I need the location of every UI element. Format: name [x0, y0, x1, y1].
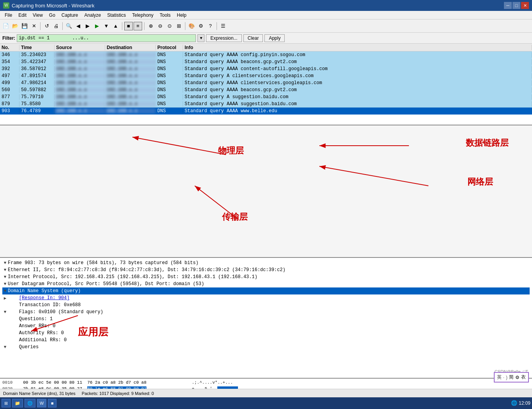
tree-expander[interactable] — [2, 324, 8, 328]
chuanshu-label: 传输层 — [222, 211, 248, 223]
protocol-tree-rows: ▼Frame 903: 73 bytes on wire (584 bits),… — [2, 259, 530, 351]
help-icon-button[interactable]: ? — [206, 22, 215, 30]
find-button[interactable]: 🔍 — [65, 22, 73, 30]
save-button[interactable]: 💾 — [20, 22, 29, 30]
packet-row[interactable]: 499 47.986214 192.168.x.x 192.168.x.x DN… — [0, 79, 532, 86]
menu-edit[interactable]: Edit — [15, 12, 30, 19]
menu-go[interactable]: Go — [46, 12, 58, 19]
status-middle: Packets: 1017 Displayed: 9 Marked: 0 — [82, 391, 154, 396]
up-arrow-button[interactable]: ▲ — [111, 22, 120, 30]
packet-row[interactable]: 354 35.422347 192.168.x.x 192.168.x.x DN… — [0, 58, 532, 65]
minimize-button[interactable]: ─ — [504, 2, 512, 9]
filter-dropdown-button[interactable]: ▼ — [197, 34, 204, 42]
taskbar-file-manager[interactable]: 📁 — [12, 399, 23, 407]
extra-button[interactable]: ☰ — [219, 22, 227, 30]
print-button[interactable]: 🖨 — [52, 22, 60, 30]
filter-input[interactable] — [17, 34, 196, 42]
new-capture-button[interactable]: 📄 — [2, 22, 10, 30]
menu-view[interactable]: View — [30, 12, 46, 19]
protocol-tree-row[interactable]: Authority RRs: 0 — [2, 330, 530, 337]
protocol-tree-row[interactable]: ▼Frame 903: 73 bytes on wire (584 bits),… — [2, 259, 530, 266]
taskbar: ⊞ 📁 🌐 W ■ 🌐 12:09 — [0, 397, 532, 409]
packet-row[interactable]: 497 47.891574 192.168.x.x 192.168.x.x DN… — [0, 72, 532, 79]
reload-button[interactable]: ↺ — [42, 22, 51, 30]
tree-expander[interactable]: ▼ — [2, 261, 8, 265]
menu-telephony[interactable]: Telephony — [129, 12, 157, 19]
status-bar: Domain Name Service (dns), 31 bytes Pack… — [0, 389, 532, 397]
protocol-tree-row[interactable]: ▼Domain Name System (query) — [2, 287, 530, 294]
go-button[interactable]: ▶ — [93, 22, 101, 30]
ime-skin-icon[interactable]: 衣 — [521, 374, 526, 381]
packet-row[interactable]: 392 36.587012 192.168.x.x 192.168.x.x DN… — [0, 65, 532, 72]
tree-expander[interactable]: ▼ — [2, 310, 8, 314]
sep2 — [62, 22, 63, 30]
menu-file[interactable]: File — [2, 12, 15, 19]
tree-expander[interactable]: ▼ — [2, 345, 8, 349]
protocol-tree-row[interactable]: Additional RRs: 0 — [2, 337, 530, 344]
zoom-fit-button[interactable]: ⊞ — [174, 22, 183, 30]
col-header-source: Source — [55, 45, 105, 50]
tree-expander[interactable]: ▼ — [2, 282, 8, 286]
capture-options-button[interactable]: ■ — [124, 22, 133, 30]
forward-button[interactable]: ▶ — [83, 22, 92, 30]
sep3 — [122, 22, 122, 30]
protocol-tree-row[interactable]: Answer RRs: 0 — [2, 323, 530, 330]
tree-expander[interactable]: ▶ — [2, 296, 8, 301]
taskbar-clock: 12:09 — [519, 400, 530, 406]
maximize-button[interactable]: □ — [513, 2, 520, 9]
wuli-label: 物理层 — [218, 145, 244, 157]
ime-simplified[interactable]: 简 — [509, 374, 514, 381]
ime-settings-icon[interactable]: ⚙ — [515, 375, 520, 380]
close-button[interactable]: ✕ — [521, 2, 529, 9]
down-arrow-button[interactable]: ▼ — [102, 22, 111, 30]
menu-help[interactable]: Help — [174, 12, 190, 19]
col-header-no: No. — [0, 45, 19, 50]
tree-expander[interactable] — [2, 331, 8, 335]
tree-expander[interactable] — [2, 338, 8, 342]
packet-row[interactable]: 879 75.8580 192.168.x.x 192.168.x.x DNS … — [0, 100, 532, 108]
menu-tools[interactable]: Tools — [157, 12, 174, 19]
taskbar-terminal[interactable]: ■ — [48, 399, 56, 407]
menu-capture[interactable]: Capture — [58, 12, 81, 19]
protocol-tree-row[interactable]: ▼ Queries — [2, 344, 530, 351]
packet-row[interactable]: 903 76.4789 192.168.x.x 192.168.x.x DNS … — [0, 108, 532, 115]
protocol-tree-row[interactable]: ▼Ethernet II, Src: f8:94:c2:77:c8:3d (f8… — [2, 266, 530, 273]
clear-button[interactable]: Clear — [243, 34, 263, 42]
taskbar-wireshark[interactable]: W — [37, 399, 46, 407]
tree-expander[interactable]: ▼ — [2, 275, 8, 279]
protocol-tree-row[interactable]: ▼ Flags: 0x0100 (Standard query) — [2, 309, 530, 316]
capture-list-button[interactable]: ≡ — [134, 22, 142, 30]
packet-row[interactable]: 346 35.234023 192.168.x.x 192.168.x.x DN… — [0, 51, 532, 58]
packet-row[interactable]: 877 75.79710 192.168.x.x 192.168.x.x DNS… — [0, 93, 532, 100]
zoom-in-button[interactable]: ⊕ — [146, 22, 155, 30]
wangluo-label: 网络层 — [467, 176, 493, 188]
packet-list: No. Time Source Destination Protocol Inf… — [0, 44, 532, 125]
settings-button[interactable]: ⚙ — [197, 22, 205, 30]
tree-expander[interactable] — [2, 303, 8, 307]
expression-button[interactable]: Expression... — [206, 34, 241, 42]
back-button[interactable]: ◀ — [74, 22, 83, 30]
protocol-tree-row[interactable]: ▶ [Response In: 904] — [2, 294, 530, 301]
ime-en[interactable]: 英 — [497, 374, 502, 381]
open-button[interactable]: 📂 — [11, 22, 19, 30]
protocol-tree-row[interactable]: Transaction ID: 0xe688 — [2, 301, 530, 309]
tree-expander[interactable] — [2, 317, 8, 321]
close-button2[interactable]: ✕ — [30, 22, 38, 30]
tree-expander[interactable]: ▼ — [2, 268, 8, 272]
menu-statistics[interactable]: Statistics — [104, 12, 129, 19]
start-button[interactable]: ⊞ — [2, 399, 11, 407]
zoom-reset-button[interactable]: ⊙ — [165, 22, 174, 30]
protocol-tree-row[interactable]: ▼Internet Protocol, Src: 192.168.43.215 … — [2, 273, 530, 280]
colorize-button[interactable]: 🎨 — [187, 22, 196, 30]
filter-label: Filter: — [2, 35, 15, 41]
tree-expander[interactable]: ▼ — [2, 289, 8, 293]
menu-analyze[interactable]: Analyze — [81, 12, 104, 19]
zoom-out-button[interactable]: ⊖ — [156, 22, 164, 30]
apply-button[interactable]: Apply — [264, 34, 285, 42]
sep5 — [185, 22, 185, 30]
filter-bar: Filter: ▼ Expression... Clear Apply — [0, 33, 532, 44]
packet-row[interactable]: 560 50.597882 192.168.x.x 192.168.x.x DN… — [0, 86, 532, 93]
protocol-tree-row[interactable]: Questions: 1 — [2, 316, 530, 323]
taskbar-browser[interactable]: 🌐 — [25, 399, 35, 407]
protocol-tree-row[interactable]: ▼User Datagram Protocol, Src Port: 59548… — [2, 280, 530, 287]
